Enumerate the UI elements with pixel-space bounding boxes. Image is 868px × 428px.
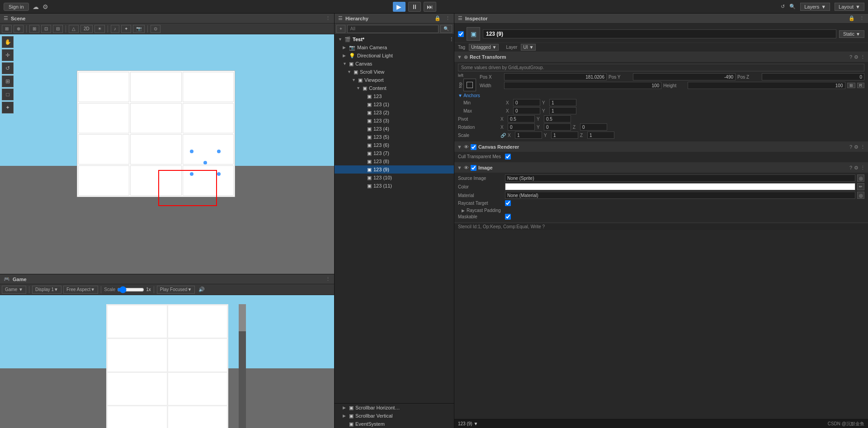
canvas-renderer-enable-checkbox[interactable] <box>471 144 476 150</box>
material-picker[interactable]: ◎ <box>857 192 864 199</box>
hierarchy-item-scrollbar-h[interactable]: ▶ ▣ Scrollbar Horizont… <box>335 404 454 412</box>
pause-button[interactable]: ⏸ <box>408 2 421 12</box>
hierarchy-item-scrollbar-v[interactable]: ▶ ▣ Scrollbar Vertical <box>335 412 454 420</box>
hierarchy-item-123-7[interactable]: ▣ 123 (7) <box>335 149 454 157</box>
scene-tool-light[interactable]: ☀ <box>94 25 105 33</box>
hierarchy-menu-icon[interactable]: ⋮ <box>445 15 450 21</box>
reset-button[interactable]: R <box>857 83 865 88</box>
pivot-y[interactable] <box>544 115 571 122</box>
settings-icon[interactable]: ⚙ <box>854 144 859 150</box>
scene-tool-fx[interactable]: ✦ <box>121 25 131 33</box>
step-button[interactable]: ⏭ <box>424 2 436 12</box>
hierarchy-item-123-1[interactable]: ▣ 123 (1) <box>335 100 454 108</box>
scale-y[interactable] <box>551 132 578 139</box>
help-icon[interactable]: ? <box>849 144 852 150</box>
play-button[interactable]: ▶ <box>393 2 406 12</box>
rotation-x[interactable] <box>508 123 535 131</box>
anchor-max-y[interactable] <box>549 107 576 114</box>
scene-tool-2d[interactable]: 2D <box>80 25 93 33</box>
tag-dropdown[interactable]: Untagged ▼ <box>469 44 499 51</box>
layer-dropdown[interactable]: UI ▼ <box>521 44 536 51</box>
scale-tool[interactable]: ⊞ <box>2 75 14 87</box>
hand-tool[interactable]: ✋ <box>2 36 14 48</box>
help-icon[interactable]: ? <box>849 165 852 171</box>
scene-tool-move[interactable]: ⊕ <box>14 25 24 33</box>
anchors-toggle[interactable]: ▼ Anchors <box>458 93 499 98</box>
pos-z-input[interactable] <box>762 73 864 80</box>
game-aspect-dropdown[interactable]: Free Aspect ▼ <box>63 286 98 294</box>
scene-tool-extra[interactable]: ⊟ <box>53 25 63 33</box>
hierarchy-item-123-3[interactable]: ▣ 123 (3) <box>335 117 454 125</box>
static-button[interactable]: Static ▼ <box>839 30 864 38</box>
rotation-y[interactable] <box>544 123 571 131</box>
inspector-lock-icon[interactable]: 🔒 <box>849 15 855 21</box>
hierarchy-item-viewport[interactable]: ▼ ▣ Viewport <box>335 76 454 84</box>
hierarchy-search-input[interactable] <box>347 25 439 33</box>
more-icon[interactable]: ⋮ <box>860 165 865 171</box>
scene-tool-audio[interactable]: ♪ <box>111 25 119 33</box>
rotation-z[interactable] <box>580 123 607 131</box>
scale-x[interactable] <box>515 132 542 139</box>
hierarchy-item-canvas[interactable]: ▼ ▣ Canvas <box>335 60 454 68</box>
handle-dot[interactable] <box>190 172 193 176</box>
scene-menu-icon[interactable]: ⋮ <box>326 15 330 21</box>
layout-dropdown[interactable]: Layout ▼ <box>835 3 864 11</box>
object-name-input[interactable] <box>483 29 836 38</box>
handle-dot[interactable] <box>217 172 221 176</box>
hierarchy-search-button[interactable]: 🔍 <box>440 25 452 33</box>
anchor-min-y[interactable] <box>549 99 576 106</box>
hierarchy-item-main-camera[interactable]: ▶ 📷 Main Camera <box>335 43 454 52</box>
color-swatch[interactable] <box>505 183 855 190</box>
more-icon[interactable]: ⋮ <box>860 144 865 150</box>
hierarchy-item-123-4[interactable]: ▣ 123 (4) <box>335 125 454 133</box>
anchor-min-x[interactable] <box>513 99 540 106</box>
move-tool[interactable]: ✛ <box>2 49 14 61</box>
inspector-menu-icon[interactable]: ⋮ <box>859 15 864 21</box>
selected-object-label[interactable]: 123 (9) ▼ <box>458 421 478 426</box>
raycast-padding-toggle[interactable]: ▶ Raycast Padding <box>462 208 861 213</box>
scene-tool-rect[interactable]: ⊞ <box>2 25 12 33</box>
scale-z[interactable] <box>587 132 614 139</box>
source-image-picker[interactable]: ◎ <box>857 174 864 182</box>
hierarchy-item-123-11[interactable]: ▣ 123 (11) <box>335 182 454 190</box>
hierarchy-item-123-2[interactable]: ▣ 123 (2) <box>335 108 454 117</box>
hierarchy-item-event-system[interactable]: ▣ EventSystem <box>335 420 454 428</box>
more-icon[interactable]: ⋮ <box>860 54 865 60</box>
rotate-tool[interactable]: ↺ <box>2 62 14 74</box>
scene-tool-shapes[interactable]: △ <box>69 25 79 33</box>
blueprint-button[interactable]: ⊞ <box>847 83 855 88</box>
play-focused-dropdown[interactable]: Play Focused ▼ <box>157 286 195 294</box>
hierarchy-item-123-5[interactable]: ▣ 123 (5) <box>335 133 454 141</box>
hierarchy-item-123[interactable]: ▣ 123 <box>335 92 454 100</box>
handle-dot[interactable] <box>190 150 193 153</box>
hierarchy-item-scroll-view[interactable]: ▼ ▣ Scroll View <box>335 68 454 76</box>
hierarchy-scene-root[interactable]: ▼ 🎬 Test* ⋮ <box>335 35 454 43</box>
undo-icon[interactable]: ↺ <box>781 4 785 9</box>
hierarchy-item-123-6[interactable]: ▣ 123 (6) <box>335 141 454 149</box>
rect-tool[interactable]: □ <box>2 89 14 100</box>
material-input[interactable] <box>505 192 855 199</box>
hierarchy-add-button[interactable]: + <box>336 25 345 33</box>
cull-checkbox[interactable] <box>505 154 511 160</box>
transform-tool[interactable]: ✦ <box>2 102 14 113</box>
scene-tool-cam[interactable]: 📷 <box>133 25 145 33</box>
pivot-x[interactable] <box>508 115 535 122</box>
game-btn-game[interactable]: Game ▼ <box>2 286 26 294</box>
game-scrollbar-vertical[interactable] <box>239 304 246 428</box>
scene-tool-snap[interactable]: ⊡ <box>41 25 51 33</box>
layers-dropdown[interactable]: Layers ▼ <box>800 3 830 11</box>
image-header[interactable]: ▼ 👁 Image ? ⚙ ⋮ <box>454 163 868 173</box>
handle-dot[interactable] <box>203 161 207 165</box>
canvas-renderer-header[interactable]: ▼ 👁 Canvas Renderer ? ⚙ ⋮ <box>454 142 868 152</box>
image-enable-checkbox[interactable] <box>471 165 476 171</box>
hierarchy-item-123-8[interactable]: ▣ 123 (8) <box>335 157 454 165</box>
pos-x-input[interactable] <box>504 73 607 80</box>
raycast-checkbox[interactable] <box>505 200 511 206</box>
audio-icon[interactable]: 🔊 <box>198 287 205 292</box>
hierarchy-item-content[interactable]: ▼ ▣ Content <box>335 84 454 92</box>
hierarchy-lock-icon[interactable]: 🔒 <box>434 15 441 21</box>
handle-dot[interactable] <box>217 150 221 153</box>
hierarchy-item-123-9[interactable]: ▣ 123 (9) <box>335 165 454 174</box>
color-picker-btn[interactable]: ✏ <box>857 183 864 190</box>
object-active-checkbox[interactable] <box>458 31 464 37</box>
